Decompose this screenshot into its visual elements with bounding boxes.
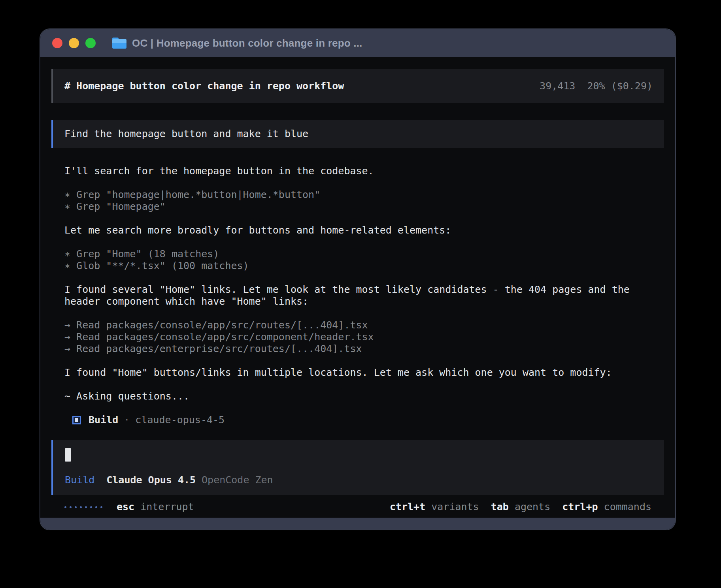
separator-dot: · — [124, 414, 130, 426]
hint-agents: tab agents — [491, 501, 551, 513]
terminal-content: # Homepage button color change in repo w… — [40, 57, 675, 518]
status-bar-right: ctrl+t variants tab agents ctrl+p comman… — [390, 501, 651, 513]
hint-label: interrupt — [140, 501, 194, 513]
text-cursor — [65, 448, 71, 462]
input-provider-label: OpenCode Zen — [202, 474, 273, 486]
spinner-dot — [80, 506, 82, 508]
close-button[interactable] — [52, 38, 62, 48]
tool-call-group: → Read packages/console/app/src/routes/[… — [64, 319, 651, 355]
user-message: Find the homepage button and make it blu… — [51, 120, 664, 148]
hint-commands: ctrl+p commands — [562, 501, 651, 513]
tool-call-group: ∗ Grep "homepage|home.*button|Home.*butt… — [64, 189, 651, 213]
spinner-dot — [70, 506, 72, 508]
assistant-text: I'll search for the homepage button in t… — [64, 165, 651, 177]
hint-label: variants — [431, 501, 479, 513]
tool-call: → Read packages/console/app/src/routes/[… — [64, 319, 651, 331]
spinner-dot — [64, 506, 66, 508]
hint-label: agents — [515, 501, 550, 513]
tool-call: ∗ Grep "Homepage" — [64, 201, 651, 213]
transcript: I'll search for the homepage button in t… — [64, 165, 651, 414]
agent-status-line: Build · claude-opus-4-5 — [64, 414, 651, 426]
agent-name: Build — [89, 414, 118, 426]
session-stats: 39,413 20% ($0.29) — [540, 80, 653, 92]
status-bar: esc interrupt ctrl+t variants tab agents… — [64, 501, 651, 513]
hint-key: tab — [491, 501, 509, 513]
tool-call: ∗ Glob "**/*.tsx" (100 matches) — [64, 260, 651, 272]
assistant-text: ~ Asking questions... — [64, 390, 651, 402]
tool-call: ∗ Grep "Home" (18 matches) — [64, 248, 651, 260]
input-model-label: Claude Opus 4.5 — [106, 474, 196, 486]
hint-key: ctrl+p — [562, 501, 598, 513]
agent-model: claude-opus-4-5 — [135, 414, 225, 426]
spinner-dot — [75, 506, 77, 508]
assistant-text: Let me search more broadly for buttons a… — [64, 224, 651, 236]
hint-key: ctrl+t — [390, 501, 425, 513]
hint-key: esc — [117, 501, 134, 513]
assistant-text: I found several "Home" links. Let me loo… — [64, 284, 651, 307]
tool-call-group: ∗ Grep "Home" (18 matches)∗ Glob "**/*.t… — [64, 248, 651, 272]
spinner-dots — [64, 506, 102, 508]
spinner-dot — [95, 506, 97, 508]
tool-call: ∗ Grep "homepage|home.*button|Home.*butt… — [64, 189, 651, 201]
session-title: # Homepage button color change in repo w… — [64, 80, 344, 92]
spinner-dot — [90, 506, 92, 508]
build-agent-icon — [72, 416, 81, 424]
window-bottom-chrome — [40, 518, 675, 530]
spinner-dot — [100, 506, 102, 508]
assistant-text: I found "Home" buttons/links in multiple… — [64, 367, 651, 379]
context-usage: 20% ($0.29) — [587, 80, 653, 92]
hint-interrupt: esc interrupt — [117, 501, 194, 513]
status-bar-left: esc interrupt — [64, 501, 194, 513]
minimize-button[interactable] — [69, 38, 79, 48]
spinner-dot — [85, 506, 87, 508]
tool-call: → Read packages/console/app/src/componen… — [64, 331, 651, 343]
folder-icon — [112, 38, 126, 49]
input-status-row: Build Claude Opus 4.5 OpenCode Zen — [65, 474, 652, 486]
session-header: # Homepage button color change in repo w… — [51, 69, 664, 103]
zoom-button[interactable] — [85, 38, 96, 48]
terminal-window: OC | Homepage button color change in rep… — [40, 28, 676, 530]
hint-variants: ctrl+t variants — [390, 501, 479, 513]
tool-call: → Read packages/enterprise/src/routes/[.… — [64, 343, 651, 355]
prompt-input[interactable]: Build Claude Opus 4.5 OpenCode Zen — [51, 440, 664, 495]
traffic-lights — [52, 38, 96, 48]
token-count: 39,413 — [540, 80, 575, 92]
hint-label: commands — [604, 501, 651, 513]
window-title: OC | Homepage button color change in rep… — [132, 37, 362, 49]
title-bar: OC | Homepage button color change in rep… — [40, 29, 675, 57]
input-agent-label: Build — [65, 474, 94, 486]
